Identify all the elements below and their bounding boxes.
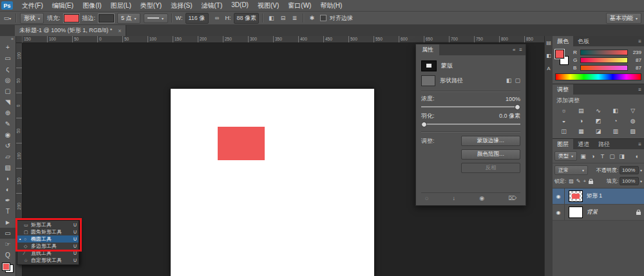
filter-smart-objects-icon[interactable]: ◨ <box>617 151 627 161</box>
invert-adjustment-icon[interactable]: ◫ <box>555 126 573 136</box>
lasso-tool[interactable]: ς <box>0 64 15 75</box>
fill-field[interactable]: 100% <box>620 177 639 185</box>
tool-mode-select[interactable]: 形状▾ <box>20 13 44 24</box>
menu-item[interactable]: 文件(F) <box>17 1 48 10</box>
layers-empty-area[interactable] <box>553 221 644 276</box>
document-tab[interactable]: 未标题-1 @ 100% (矩形 1, RGB/8) * × <box>15 25 126 36</box>
lock-all-icon[interactable] <box>589 181 593 184</box>
layer-name[interactable]: 背景 <box>587 208 636 216</box>
panel-menu-icon[interactable]: ≡ <box>638 84 644 95</box>
selective-color-icon[interactable]: ▨ <box>624 126 641 136</box>
mask-thumbnail[interactable] <box>421 60 437 71</box>
color-balance-icon[interactable]: ◑ <box>573 116 590 125</box>
lock-image-pixels-icon[interactable]: ✎ <box>576 178 581 184</box>
add-vector-mask-icon[interactable]: ▢ <box>515 77 520 84</box>
menu-item[interactable]: 图层(L) <box>106 1 136 10</box>
menu-item[interactable]: 视图(V) <box>253 1 283 10</box>
red-rectangle-shape[interactable] <box>218 127 265 160</box>
eyedropper-tool[interactable]: ◥ <box>0 97 15 107</box>
flyout-rectangle-tool[interactable]: ▭ 矩形工具 U <box>17 221 79 228</box>
width-field[interactable]: 116 像 <box>185 13 209 24</box>
panel-menu-icon[interactable]: ≡ <box>638 36 644 46</box>
collapse-panel-icon[interactable]: « <box>513 47 515 53</box>
filter-toggle-icon[interactable]: ◐ <box>632 151 642 161</box>
flyout-line-tool[interactable]: ∕ 直线工具 U <box>17 250 79 257</box>
curves-icon[interactable]: ∿ <box>590 106 607 115</box>
type-tool[interactable]: T <box>0 206 15 217</box>
history-brush-tool[interactable]: ↺ <box>0 140 15 151</box>
zoom-tool[interactable]: Q <box>0 250 15 261</box>
photo-filter-icon[interactable]: ◔ <box>607 116 624 125</box>
threshold-icon[interactable]: ◪ <box>590 126 607 136</box>
filter-shape-layers-icon[interactable]: ▢ <box>607 151 617 161</box>
panel-tab[interactable]: 颜色 <box>553 36 573 46</box>
menu-item[interactable]: 编辑(E) <box>48 1 78 10</box>
tool-preset-icon[interactable]: ▭▾ <box>3 14 12 23</box>
crop-tool[interactable]: ▢ <box>0 86 15 97</box>
document-canvas[interactable] <box>171 89 374 276</box>
align-edges-checkbox[interactable] <box>320 15 327 21</box>
link-dimensions-icon[interactable]: ∞ <box>212 14 222 23</box>
pen-tool[interactable]: ✒ <box>0 195 15 206</box>
menu-item[interactable]: 窗口(W) <box>283 1 316 10</box>
apply-mask-icon[interactable]: ↓ <box>453 195 456 201</box>
flyout-rounded-rectangle-tool[interactable]: ▢ 圆角矩形工具 U <box>17 228 79 235</box>
opacity-field[interactable]: 100% <box>620 166 639 174</box>
channel-slider[interactable] <box>580 57 628 63</box>
path-selection-tool[interactable]: ► <box>0 217 15 228</box>
filter-adjustment-layers-icon[interactable]: ◑ <box>588 151 598 161</box>
delete-mask-icon[interactable]: ⌦ <box>508 195 516 201</box>
foreground-color-swatch[interactable] <box>2 262 10 271</box>
brush-tool[interactable]: ✎ <box>0 118 15 129</box>
shape-tool[interactable]: ▭ <box>0 228 15 239</box>
panel-tab[interactable]: 通道 <box>573 139 594 149</box>
blur-tool[interactable]: ◗ <box>0 173 15 184</box>
stroke-color-swatch[interactable] <box>99 14 114 23</box>
hue-saturation-icon[interactable]: ◒ <box>555 116 573 125</box>
foreground-color-swatch[interactable] <box>555 50 564 59</box>
info-panel-icon[interactable]: ◧ <box>545 52 553 59</box>
filter-pixel-layers-icon[interactable]: ▣ <box>578 151 588 161</box>
feather-slider[interactable] <box>421 121 520 127</box>
black-white-icon[interactable]: ◩ <box>590 116 607 125</box>
menu-item[interactable]: 图像(I) <box>78 1 106 10</box>
channel-value[interactable]: 87 <box>630 57 641 63</box>
load-selection-icon[interactable]: ◌ <box>425 195 428 201</box>
levels-icon[interactable]: ▤ <box>573 106 590 115</box>
fill-color-swatch[interactable] <box>64 14 79 23</box>
channel-slider[interactable] <box>580 65 628 71</box>
ruler-origin-corner[interactable] <box>15 36 23 43</box>
lock-transparent-pixels-icon[interactable]: ▨ <box>569 178 574 184</box>
eraser-tool[interactable]: ▱ <box>0 151 15 162</box>
menu-item[interactable]: 帮助(H) <box>316 1 346 10</box>
panel-menu-icon[interactable]: ≡ <box>519 47 522 53</box>
collapse-panel-icon[interactable]: » <box>11 36 15 42</box>
spot-healing-brush-tool[interactable]: ⊕ <box>0 107 15 118</box>
mask-edge-button[interactable]: 蒙版边缘… <box>461 136 520 146</box>
layer-row-background[interactable]: ◉ 背景 <box>553 205 644 221</box>
path-operations-icon[interactable]: ◧ <box>267 14 276 23</box>
properties-panel-tab[interactable]: 属性 <box>416 44 439 55</box>
horizontal-ruler[interactable]: 1501005005010015020025030035040045050055… <box>22 36 544 43</box>
height-field[interactable]: 88 像素 <box>234 13 259 24</box>
rectangular-marquee-tool[interactable]: ▭ <box>0 53 15 64</box>
layer-visibility-toggle[interactable]: ◉ <box>553 189 565 204</box>
workspace-select[interactable]: 基本功能▾ <box>606 13 641 24</box>
panel-tab[interactable]: 路径 <box>594 139 614 149</box>
dodge-tool[interactable]: ◐ <box>0 184 15 195</box>
posterize-icon[interactable]: ▦ <box>573 126 590 136</box>
filter-kind-select[interactable]: 类型▾ <box>554 151 577 161</box>
slider-handle[interactable] <box>421 122 427 127</box>
stroke-type-select[interactable]: ▾ <box>144 14 168 23</box>
gradient-map-icon[interactable]: ▥ <box>607 126 624 136</box>
channel-mixer-icon[interactable]: ◍ <box>624 116 641 125</box>
path-arrange-icon[interactable]: ≣ <box>290 14 299 23</box>
invert-button[interactable]: 反相 <box>461 163 520 173</box>
menu-item[interactable]: 3D(D) <box>227 1 253 10</box>
vibrance-icon[interactable]: ▽ <box>624 106 641 115</box>
channel-value[interactable]: 87 <box>630 65 641 71</box>
shape-path-thumbnail[interactable] <box>421 75 435 86</box>
close-icon[interactable]: × <box>118 28 121 34</box>
panel-menu-icon[interactable]: ≡ <box>638 139 644 149</box>
lock-position-icon[interactable]: + <box>583 178 587 184</box>
